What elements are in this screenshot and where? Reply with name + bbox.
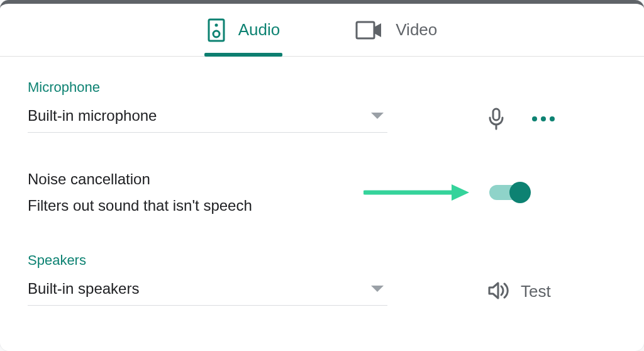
- noise-cancellation-toggle[interactable]: [489, 185, 528, 200]
- test-label: Test: [521, 282, 551, 301]
- chevron-down-icon: [371, 286, 384, 292]
- chevron-down-icon: [371, 113, 384, 119]
- test-speakers-button[interactable]: Test: [488, 281, 551, 303]
- speakers-selected: Built-in speakers: [28, 280, 139, 298]
- speakers-section: Speakers Built-in speakers Test: [28, 252, 616, 306]
- svg-point-2: [213, 31, 219, 37]
- tab-audio-label: Audio: [238, 20, 280, 40]
- microphone-icon[interactable]: [488, 108, 504, 130]
- tab-video-label: Video: [396, 20, 437, 40]
- speakers-dropdown[interactable]: Built-in speakers: [28, 277, 387, 306]
- microphone-dropdown[interactable]: Built-in microphone: [28, 104, 387, 133]
- svg-rect-3: [357, 22, 374, 38]
- noise-cancellation-section: Noise cancellation Filters out sound tha…: [28, 170, 616, 214]
- microphone-section: Microphone Built-in microphone: [28, 79, 616, 133]
- noise-cancellation-description: Filters out sound that isn't speech: [28, 197, 252, 214]
- tab-video[interactable]: Video: [355, 4, 437, 56]
- toggle-knob: [509, 182, 531, 203]
- tab-audio[interactable]: Audio: [207, 4, 280, 56]
- speaker-icon: [207, 18, 226, 43]
- volume-icon: [488, 281, 509, 303]
- microphone-heading: Microphone: [28, 79, 616, 96]
- svg-rect-4: [493, 109, 499, 120]
- arrow-right-icon: [364, 183, 470, 202]
- more-options-button[interactable]: [532, 116, 555, 121]
- svg-point-1: [214, 23, 218, 26]
- microphone-selected: Built-in microphone: [28, 107, 157, 125]
- content: Microphone Built-in microphone: [0, 57, 644, 306]
- settings-panel: Audio Video Microphone Built-in micropho…: [0, 0, 644, 351]
- more-horizontal-icon: [532, 116, 555, 121]
- video-camera-icon: [355, 21, 383, 40]
- tab-bar: Audio Video: [0, 4, 644, 57]
- noise-cancellation-title: Noise cancellation: [28, 170, 252, 188]
- speakers-heading: Speakers: [28, 252, 616, 269]
